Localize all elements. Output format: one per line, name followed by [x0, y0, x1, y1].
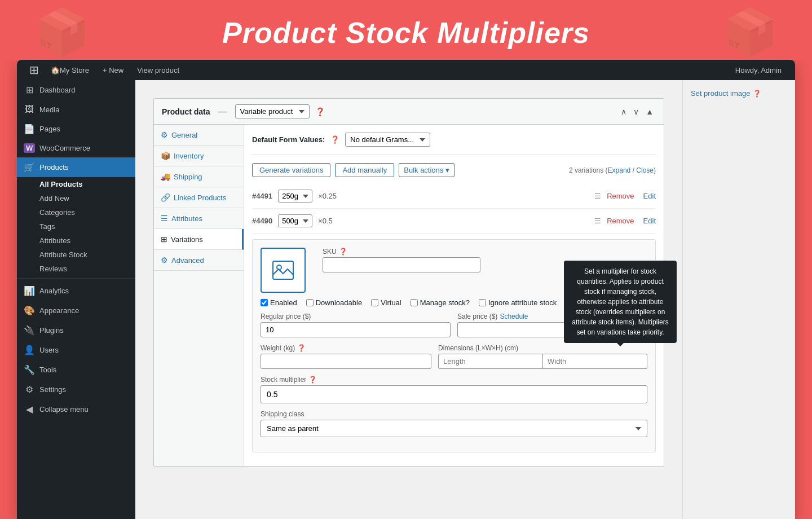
panel-header: Product data — Variable product ❓ ∧ ∨ ▲ — [154, 99, 664, 125]
checkbox-downloadable[interactable]: Downloadable — [306, 298, 362, 307]
advanced-tab-icon: ⚙ — [161, 256, 168, 265]
regular-price-input[interactable] — [261, 322, 451, 337]
variation-id-4490: #4490 — [252, 217, 272, 225]
wp-logo[interactable]: ⊞ — [24, 60, 44, 80]
sidebar-sub-all-products[interactable]: All Products — [17, 177, 135, 191]
expand-link[interactable]: Expand — [608, 166, 631, 174]
svg-rect-0 — [273, 261, 293, 279]
dimensions-inputs — [438, 354, 647, 369]
tab-inventory[interactable]: 📦 Inventory — [154, 146, 244, 166]
woocommerce-icon: W — [24, 143, 35, 153]
admin-bar-howdy: Howdy, Admin — [735, 66, 788, 74]
hero-banner: 📦 Product Stock Multipliers 📦 — [0, 0, 812, 60]
general-tab-icon: ⚙ — [161, 130, 168, 139]
sidebar-sub-reviews[interactable]: Reviews — [17, 262, 135, 276]
panel-collapse-btn[interactable]: ▲ — [643, 106, 656, 117]
variation-remove-4490[interactable]: Remove — [607, 217, 634, 225]
dfv-help-icon[interactable]: ❓ — [330, 135, 339, 144]
add-manually-button[interactable]: Add manually — [335, 163, 394, 177]
admin-bar-new[interactable]: + New — [96, 60, 130, 80]
shipping-class-select[interactable]: Same as parent No shipping class — [261, 420, 647, 437]
default-form-values-select[interactable]: No default Grams... — [345, 133, 430, 147]
close-link[interactable]: Close — [636, 166, 654, 174]
stock-multiplier-help-icon[interactable]: ❓ — [308, 376, 317, 384]
variation-edit-4490[interactable]: Edit — [643, 217, 656, 225]
stock-multiplier-label: Stock multiplier ❓ — [261, 376, 647, 384]
generate-variations-button[interactable]: Generate variations — [252, 163, 330, 177]
checkbox-manage-stock[interactable]: Manage stock? — [411, 298, 470, 307]
sidebar-item-collapse[interactable]: ◀ Collapse menu — [17, 399, 135, 419]
sidebar-sub-tags[interactable]: Tags — [17, 219, 135, 234]
tab-shipping[interactable]: 🚚 Shipping — [154, 166, 244, 187]
width-input[interactable] — [543, 354, 647, 369]
panel-controls: ∧ ∨ ▲ — [619, 106, 656, 117]
checkbox-enabled[interactable]: Enabled — [261, 298, 297, 307]
product-type-select[interactable]: Variable product — [235, 104, 310, 118]
bulk-actions-dropdown[interactable]: Bulk actions ▾ — [399, 163, 454, 177]
shipping-tab-icon: 🚚 — [161, 172, 170, 181]
sidebar-sub-attribute-stock[interactable]: Attribute Stock — [17, 248, 135, 262]
sidebar-sub-attributes[interactable]: Attributes — [17, 234, 135, 248]
sidebar-item-dashboard[interactable]: ⊞ Dashboard — [17, 80, 135, 100]
variation-multiplier-4491: ×0.25 — [318, 192, 337, 200]
sidebar-item-appearance[interactable]: 🎨 Appearance — [17, 301, 135, 320]
variation-edit-4491[interactable]: Edit — [643, 192, 656, 200]
variation-weight-select-4491[interactable]: 250g — [278, 190, 312, 203]
set-product-image-link[interactable]: Set product image — [691, 89, 751, 98]
set-image-help-icon[interactable]: ❓ — [753, 90, 761, 98]
sku-help-icon[interactable]: ❓ — [339, 248, 347, 256]
weight-help-icon[interactable]: ❓ — [297, 344, 306, 352]
variation-image-placeholder[interactable] — [261, 248, 306, 293]
variation-remove-4491[interactable]: Remove — [607, 192, 634, 200]
users-icon: 👤 — [24, 345, 35, 355]
sidebar-item-pages[interactable]: 📄 Pages — [17, 119, 135, 139]
admin-bar-mystore[interactable]: 🏠 My Store — [44, 60, 96, 80]
variation-handle-4490[interactable]: ☰ — [594, 217, 601, 225]
sidebar: ⊞ Dashboard 🖼 Media 📄 Pages W WooCommerc… — [17, 80, 135, 519]
panel-tabs: ⚙ General 📦 Inventory 🚚 Shipping — [154, 125, 244, 466]
stock-multiplier-row: Stock multiplier ❓ — [261, 376, 647, 403]
sidebar-item-tools[interactable]: 🔧 Tools — [17, 360, 135, 380]
variation-weight-select-4490[interactable]: 500g — [278, 214, 312, 227]
hero-bg-icon-left: 📦 — [34, 6, 90, 59]
panel-down-btn[interactable]: ∨ — [631, 106, 641, 117]
sidebar-sub-add-new[interactable]: Add New — [17, 191, 135, 205]
variation-row-4491: #4491 250g ×0.25 ☰ Remove Edit — [252, 184, 656, 209]
length-input[interactable] — [438, 354, 543, 369]
appearance-icon: 🎨 — [24, 305, 35, 316]
home-icon: 🏠 — [51, 66, 60, 74]
panel-help-icon[interactable]: ❓ — [315, 107, 325, 116]
shipping-class-label: Shipping class — [261, 410, 647, 418]
sku-input[interactable] — [323, 257, 480, 272]
sidebar-item-media[interactable]: 🖼 Media — [17, 100, 135, 119]
panel-up-btn[interactable]: ∧ — [619, 106, 629, 117]
variation-row-4490: #4490 500g ×0.5 ☰ Remove Edit — [252, 209, 656, 234]
pages-icon: 📄 — [24, 124, 35, 134]
sidebar-item-products[interactable]: 🛒 Products — [17, 157, 135, 177]
sidebar-item-woocommerce[interactable]: W WooCommerce — [17, 139, 135, 157]
sidebar-item-plugins[interactable]: 🔌 Plugins — [17, 320, 135, 340]
plugins-icon: 🔌 — [24, 325, 35, 336]
tab-advanced[interactable]: ⚙ Advanced — [154, 250, 244, 271]
sidebar-item-analytics[interactable]: 📊 Analytics — [17, 281, 135, 301]
variations-tab-icon: ⊞ — [161, 235, 167, 244]
stock-multiplier-tooltip: Set a multiplier for stock quantities. A… — [564, 261, 677, 343]
admin-bar-view-product[interactable]: View product — [130, 60, 186, 80]
tab-general[interactable]: ⚙ General — [154, 125, 244, 146]
tab-linked-products[interactable]: 🔗 Linked Products — [154, 187, 244, 208]
regular-price-group: Regular price ($) — [261, 313, 451, 337]
weight-group: Weight (kg) ❓ — [261, 344, 431, 369]
checkbox-ignore-attr-stock[interactable]: Ignore attribute stock — [479, 298, 557, 307]
checkbox-virtual[interactable]: Virtual — [371, 298, 401, 307]
stock-multiplier-input[interactable] — [261, 385, 647, 403]
weight-input[interactable] — [261, 354, 431, 369]
sidebar-item-settings[interactable]: ⚙ Settings — [17, 380, 135, 399]
sidebar-item-users[interactable]: 👤 Users — [17, 340, 135, 360]
right-sidebar: Set product image ❓ — [682, 80, 795, 519]
schedule-link[interactable]: Schedule — [500, 313, 528, 320]
sku-label: SKU ❓ — [323, 248, 480, 256]
tab-variations[interactable]: ⊞ Variations — [154, 229, 244, 250]
sidebar-sub-categories[interactable]: Categories — [17, 205, 135, 219]
variation-handle-4491[interactable]: ☰ — [594, 192, 601, 200]
tab-attributes[interactable]: ☰ Attributes — [154, 208, 244, 229]
